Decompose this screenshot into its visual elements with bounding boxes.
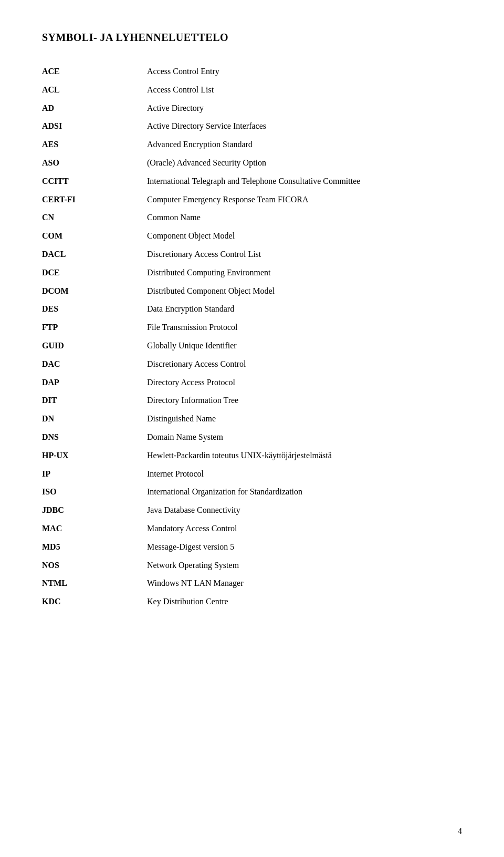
table-row: DCOMDistributed Component Object Model (42, 282, 462, 301)
definition-cell: Directory Access Protocol (147, 374, 462, 392)
table-row: FTPFile Transmission Protocol (42, 318, 462, 337)
abbreviation-cell: MAC (42, 520, 147, 538)
abbreviation-cell: NTML (42, 574, 147, 593)
table-row: NTMLWindows NT LAN Manager (42, 574, 462, 593)
abbreviation-cell: CCITT (42, 172, 147, 191)
definition-cell: Computer Emergency Response Team FICORA (147, 191, 462, 209)
table-row: ACEAccess Control Entry (42, 63, 462, 81)
definition-cell: Distinguished Name (147, 410, 462, 428)
abbreviation-cell: MD5 (42, 538, 147, 556)
table-row: DACLDiscretionary Access Control List (42, 245, 462, 264)
table-row: DESData Encryption Standard (42, 300, 462, 318)
definition-cell: (Oracle) Advanced Security Option (147, 154, 462, 172)
page-title: SYMBOLI- JA LYHENNELUETTELO (42, 32, 462, 44)
table-row: ASO(Oracle) Advanced Security Option (42, 154, 462, 172)
table-row: MD5Message-Digest version 5 (42, 538, 462, 556)
table-row: DNSDomain Name System (42, 428, 462, 447)
abbreviation-cell: FTP (42, 318, 147, 337)
definition-cell: Globally Unique Identifier (147, 337, 462, 355)
abbreviation-cell: DNS (42, 428, 147, 447)
table-row: DITDirectory Information Tree (42, 391, 462, 410)
definition-cell: Distributed Computing Environment (147, 264, 462, 282)
definition-cell: Discretionary Access Control (147, 355, 462, 374)
table-row: MACMandatory Access Control (42, 520, 462, 538)
abbreviation-cell: DIT (42, 391, 147, 410)
definition-cell: Internet Protocol (147, 465, 462, 483)
table-row: COMComponent Object Model (42, 227, 462, 245)
abbreviation-cell: DCE (42, 264, 147, 282)
abbreviation-table: ACEAccess Control EntryACLAccess Control… (42, 63, 462, 611)
table-row: ISOInternational Organization for Standa… (42, 483, 462, 501)
page-number: 4 (458, 827, 462, 836)
abbreviation-cell: DES (42, 300, 147, 318)
definition-cell: Hewlett-Packardin toteutus UNIX-käyttöjä… (147, 447, 462, 465)
abbreviation-cell: COM (42, 227, 147, 245)
table-row: HP-UXHewlett-Packardin toteutus UNIX-käy… (42, 447, 462, 465)
table-row: DNDistinguished Name (42, 410, 462, 428)
definition-cell: Discretionary Access Control List (147, 245, 462, 264)
definition-cell: Common Name (147, 209, 462, 227)
table-row: KDCKey Distribution Centre (42, 593, 462, 611)
abbreviation-cell: ACE (42, 63, 147, 81)
definition-cell: Access Control Entry (147, 63, 462, 81)
table-row: DCEDistributed Computing Environment (42, 264, 462, 282)
table-row: CERT-FIComputer Emergency Response Team … (42, 191, 462, 209)
abbreviation-cell: CERT-FI (42, 191, 147, 209)
definition-cell: Active Directory Service Interfaces (147, 117, 462, 136)
definition-cell: Message-Digest version 5 (147, 538, 462, 556)
definition-cell: Access Control List (147, 81, 462, 99)
definition-cell: Distributed Component Object Model (147, 282, 462, 301)
abbreviation-cell: AD (42, 99, 147, 118)
table-row: NOSNetwork Operating System (42, 556, 462, 575)
definition-cell: Advanced Encryption Standard (147, 136, 462, 154)
definition-cell: Network Operating System (147, 556, 462, 575)
abbreviation-cell: GUID (42, 337, 147, 355)
abbreviation-cell: DN (42, 410, 147, 428)
abbreviation-cell: ISO (42, 483, 147, 501)
abbreviation-cell: DAC (42, 355, 147, 374)
table-row: GUIDGlobally Unique Identifier (42, 337, 462, 355)
table-row: JDBCJava Database Connectivity (42, 501, 462, 520)
definition-cell: Domain Name System (147, 428, 462, 447)
definition-cell: File Transmission Protocol (147, 318, 462, 337)
table-row: CNCommon Name (42, 209, 462, 227)
abbreviation-cell: JDBC (42, 501, 147, 520)
abbreviation-cell: DAP (42, 374, 147, 392)
table-row: ADActive Directory (42, 99, 462, 118)
abbreviation-cell: ACL (42, 81, 147, 99)
table-row: DACDiscretionary Access Control (42, 355, 462, 374)
abbreviation-cell: NOS (42, 556, 147, 575)
abbreviation-cell: DACL (42, 245, 147, 264)
definition-cell: Java Database Connectivity (147, 501, 462, 520)
abbreviation-cell: IP (42, 465, 147, 483)
abbreviation-cell: KDC (42, 593, 147, 611)
definition-cell: Key Distribution Centre (147, 593, 462, 611)
definition-cell: International Organization for Standardi… (147, 483, 462, 501)
abbreviation-cell: AES (42, 136, 147, 154)
definition-cell: Windows NT LAN Manager (147, 574, 462, 593)
definition-cell: Active Directory (147, 99, 462, 118)
table-row: CCITTInternational Telegraph and Telepho… (42, 172, 462, 191)
table-row: ADSIActive Directory Service Interfaces (42, 117, 462, 136)
abbreviation-cell: DCOM (42, 282, 147, 301)
table-row: IPInternet Protocol (42, 465, 462, 483)
table-row: DAPDirectory Access Protocol (42, 374, 462, 392)
abbreviation-cell: HP-UX (42, 447, 147, 465)
abbreviation-cell: CN (42, 209, 147, 227)
abbreviation-cell: ASO (42, 154, 147, 172)
definition-cell: Data Encryption Standard (147, 300, 462, 318)
table-row: ACLAccess Control List (42, 81, 462, 99)
definition-cell: Component Object Model (147, 227, 462, 245)
table-row: AESAdvanced Encryption Standard (42, 136, 462, 154)
definition-cell: Directory Information Tree (147, 391, 462, 410)
abbreviation-cell: ADSI (42, 117, 147, 136)
definition-cell: International Telegraph and Telephone Co… (147, 172, 462, 191)
definition-cell: Mandatory Access Control (147, 520, 462, 538)
